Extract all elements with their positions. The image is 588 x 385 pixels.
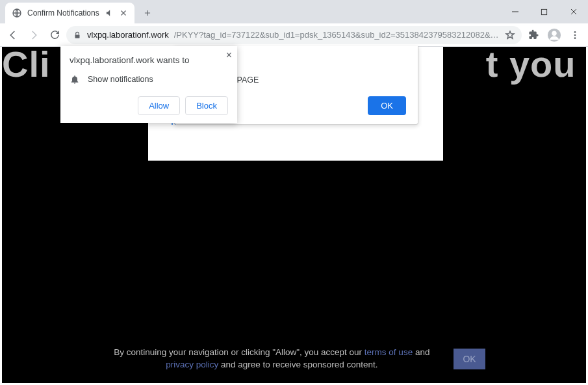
svg-rect-2 xyxy=(75,34,80,38)
svg-rect-1 xyxy=(541,9,546,14)
terms-of-use-link[interactable]: terms of use xyxy=(364,347,413,357)
consent-footer: By continuing your navigation or clickin… xyxy=(2,347,586,371)
tab-title: Confirm Notifications xyxy=(27,8,99,18)
consent-text-2: and agree to receive sponsored content. xyxy=(218,360,377,369)
privacy-policy-link[interactable]: privacy policy xyxy=(166,360,218,369)
permission-block-button[interactable]: Block xyxy=(185,96,228,115)
bell-icon xyxy=(70,74,80,85)
headline-left: Cli xyxy=(2,47,51,85)
browser-tab[interactable]: Confirm Notifications xyxy=(5,3,134,23)
headline-right: t you are xyxy=(486,47,586,85)
forward-button[interactable] xyxy=(25,26,43,44)
window-controls xyxy=(500,0,588,23)
svg-point-6 xyxy=(574,34,576,36)
new-tab-button[interactable] xyxy=(138,4,157,22)
permission-allow-button[interactable]: Allow xyxy=(138,96,180,115)
url-host: vlxpq.laborationf.work xyxy=(87,30,169,40)
url-path: /PKYY?tag_id=737122&sub_id1=pdsk_1365143… xyxy=(174,30,500,40)
window-minimize-button[interactable] xyxy=(500,0,530,23)
js-alert-ok-button[interactable]: OK xyxy=(368,96,406,115)
back-button[interactable] xyxy=(4,26,22,44)
extensions-icon[interactable] xyxy=(524,26,543,44)
consent-text-1: By continuing your navigation or clickin… xyxy=(114,347,364,357)
window-maximize-button[interactable] xyxy=(530,0,559,23)
browser-toolbar: vlxpq.laborationf.work/PKYY?tag_id=73712… xyxy=(0,23,588,47)
profile-avatar-icon[interactable] xyxy=(545,26,563,44)
notification-permission-prompt: × vlxpq.laborationf.work wants to Show n… xyxy=(60,46,237,123)
window-titlebar: Confirm Notifications xyxy=(0,0,588,23)
svg-point-5 xyxy=(574,31,576,33)
reload-button[interactable] xyxy=(45,26,64,44)
menu-icon[interactable] xyxy=(566,26,584,44)
address-bar[interactable]: vlxpq.laborationf.work/PKYY?tag_id=73712… xyxy=(66,26,522,44)
bookmark-star-icon[interactable] xyxy=(505,30,515,40)
tab-mute-icon[interactable] xyxy=(105,8,114,18)
tab-close-icon[interactable] xyxy=(119,8,128,18)
window-close-button[interactable] xyxy=(559,0,588,23)
globe-icon xyxy=(12,8,22,18)
svg-point-4 xyxy=(552,31,556,35)
consent-ok-button[interactable]: OK xyxy=(454,349,485,369)
consent-text-and: and xyxy=(413,347,429,357)
svg-point-7 xyxy=(574,37,576,39)
lock-icon[interactable] xyxy=(73,31,82,40)
consent-text: By continuing your navigation or clickin… xyxy=(103,347,441,371)
permission-origin: vlxpq.laborationf.work wants to xyxy=(70,55,228,65)
permission-close-icon[interactable]: × xyxy=(226,50,232,60)
permission-label: Show notifications xyxy=(88,75,153,84)
